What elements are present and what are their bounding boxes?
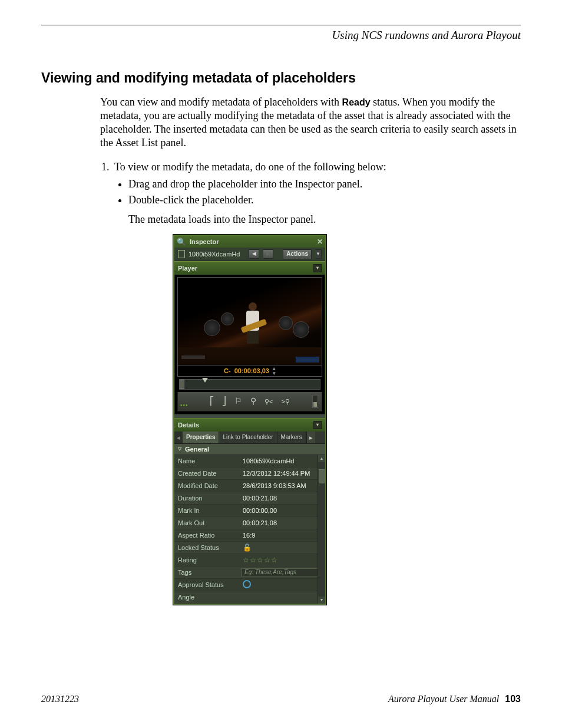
row-name: Name 1080i59XdcamHd xyxy=(174,455,325,467)
asset-bar: 1080i59XdcamHd ◀▶ Actions▼ xyxy=(174,248,325,261)
scroll-up-icon[interactable]: ▴ xyxy=(318,455,325,462)
timeline-scrubber[interactable] xyxy=(179,379,320,390)
group-general[interactable]: ▽ General xyxy=(174,444,325,455)
value-markin: 00:00:00,00 xyxy=(243,507,277,514)
running-head: Using NCS rundowns and Aurora Playout xyxy=(41,29,521,42)
next-asset-button[interactable]: ▶ xyxy=(263,249,273,259)
value-modified: 28/6/2013 9:03:53 AM xyxy=(243,482,306,489)
marker-icon[interactable]: ⚲ xyxy=(250,396,256,407)
value-markout: 00:00:21,08 xyxy=(243,519,277,526)
label-angle: Angle xyxy=(174,593,239,601)
details-section-header: Details ▾ xyxy=(174,418,325,431)
intro-pre: You can view and modify metadata of plac… xyxy=(100,96,342,108)
value-duration: 00:00:21,08 xyxy=(243,495,277,502)
prev-asset-button[interactable]: ◀ xyxy=(249,249,259,259)
row-modified: Modified Date 28/6/2013 9:03:53 AM xyxy=(174,480,325,492)
mark-in-icon[interactable]: ⎡ xyxy=(210,396,214,407)
label-locked: Locked Status xyxy=(174,543,239,552)
row-markout: Mark Out 00:00:21,08 xyxy=(174,517,325,529)
value-name[interactable]: 1080i59XdcamHd xyxy=(243,457,294,465)
collapse-general-icon[interactable]: ▽ xyxy=(178,446,181,452)
tab-markers[interactable]: Markers xyxy=(277,431,306,443)
after-bullets: The metadata loads into the Inspector pa… xyxy=(128,213,521,226)
label-duration: Duration xyxy=(174,494,239,502)
row-locked: Locked Status 🔓 xyxy=(174,542,325,554)
add-marker-icon[interactable]: ⚐ xyxy=(234,396,242,407)
label-name: Name xyxy=(174,457,239,465)
footer-date: 20131223 xyxy=(41,694,79,704)
row-aspect: Aspect Ratio 16:9 xyxy=(174,529,325,542)
player-section-header: Player ▾ xyxy=(174,261,325,275)
intro-bold: Ready xyxy=(342,97,371,107)
mark-out-icon[interactable]: ⎦ xyxy=(222,396,226,407)
search-icon[interactable]: 🔍 xyxy=(177,238,186,246)
row-approval: Approval Status xyxy=(174,579,325,591)
tags-input[interactable]: Eg: These,Are,Tags xyxy=(242,568,318,577)
scroll-down-icon[interactable]: ▾ xyxy=(318,597,325,604)
label-rating: Rating xyxy=(174,556,239,564)
properties-scrollbar[interactable]: ▴ ▾ xyxy=(318,455,325,604)
rating-stars[interactable]: ☆☆☆☆☆ xyxy=(243,556,278,564)
scroll-thumb[interactable] xyxy=(319,469,325,483)
tab-properties[interactable]: Properties xyxy=(183,431,219,443)
value-aspect: 16:9 xyxy=(243,532,255,539)
details-label: Details xyxy=(178,421,199,429)
tab-properties-label: Properties xyxy=(186,434,215,442)
label-aspect: Aspect Ratio xyxy=(174,531,239,539)
label-approval: Approval Status xyxy=(174,581,239,589)
step-1-text: To view or modify the metadata, do one o… xyxy=(114,161,386,173)
prev-marker-icon[interactable]: ⚲< xyxy=(265,397,273,406)
row-duration: Duration 00:00:21,08 xyxy=(174,492,325,505)
row-rating: Rating ☆☆☆☆☆ xyxy=(174,554,325,566)
inspector-titlebar: 🔍 Inspector ✕ xyxy=(174,236,325,248)
timecode-prefix: C- xyxy=(224,367,231,375)
options-dots-icon[interactable]: ••• xyxy=(180,402,189,410)
properties-grid: ▴ ▾ Name 1080i59XdcamHd Created Date 12/… xyxy=(174,455,325,604)
actions-button[interactable]: Actions xyxy=(283,249,312,259)
collapse-details-icon[interactable]: ▾ xyxy=(313,421,322,429)
step-1: To view or modify the metadata, do one o… xyxy=(112,160,521,226)
collapse-player-icon[interactable]: ▾ xyxy=(313,264,322,272)
label-modified: Modified Date xyxy=(174,482,239,490)
lock-icon[interactable]: 🔓 xyxy=(243,543,252,552)
video-preview[interactable] xyxy=(177,277,322,365)
tab-scroll-right-icon[interactable]: ▸ xyxy=(306,431,315,443)
timeline-start-handle[interactable] xyxy=(180,380,184,389)
page-heading: Viewing and modifying metadata of placeh… xyxy=(41,70,521,86)
timecode-value: 00:00:03,03 xyxy=(234,367,269,375)
approval-status-icon[interactable] xyxy=(243,580,251,588)
footer-manual: Aurora Playout User Manual xyxy=(388,694,499,704)
label-markin: Mark In xyxy=(174,506,239,515)
intro-paragraph: You can view and modify metadata of plac… xyxy=(100,95,521,150)
player-area: C- 00:00:03,03 ▴▾ ••• ⎡ ⎦ ⚐ ⚲ ⚲< >⚲ xyxy=(174,275,325,414)
inspector-panel: 🔍 Inspector ✕ 1080i59XdcamHd ◀▶ Actions▼… xyxy=(173,235,326,605)
details-tabs: ◂ Properties Link to Placeholder Markers… xyxy=(174,431,325,444)
tab-markers-label: Markers xyxy=(281,434,302,442)
bullet-1: Drag and drop the placeholder into the I… xyxy=(128,177,521,191)
row-created: Created Date 12/3/2012 12:49:44 PM xyxy=(174,467,325,480)
playhead-icon[interactable] xyxy=(202,378,208,383)
actions-dropdown-arrow[interactable]: ▼ xyxy=(315,249,322,259)
document-icon xyxy=(178,250,185,258)
row-markin: Mark In 00:00:00,00 xyxy=(174,505,325,517)
value-created: 12/3/2012 12:49:44 PM xyxy=(243,470,310,477)
label-tags: Tags xyxy=(174,568,238,577)
actions-label: Actions xyxy=(286,251,308,258)
label-created: Created Date xyxy=(174,469,239,477)
tab-link-placeholder[interactable]: Link to Placeholder xyxy=(219,431,277,443)
tab-scroll-left-icon[interactable]: ◂ xyxy=(174,431,183,443)
timecode-bar: C- 00:00:03,03 ▴▾ xyxy=(177,365,322,377)
volume-slider[interactable] xyxy=(312,395,318,408)
group-general-label: General xyxy=(185,445,209,453)
label-markout: Mark Out xyxy=(174,519,239,527)
next-marker-icon[interactable]: >⚲ xyxy=(282,397,290,406)
timecode-spinner-icon[interactable]: ▴▾ xyxy=(273,366,276,375)
asset-name: 1080i59XdcamHd xyxy=(189,250,240,258)
inspector-title: Inspector xyxy=(190,238,219,246)
row-tags: Tags Eg: These,Are,Tags xyxy=(174,566,325,579)
footer-page-number: 103 xyxy=(505,694,521,704)
close-icon[interactable]: ✕ xyxy=(317,238,323,246)
row-angle: Angle xyxy=(174,591,325,604)
player-label: Player xyxy=(178,264,197,272)
page-footer: 20131223 Aurora Playout User Manual 103 xyxy=(41,694,521,704)
